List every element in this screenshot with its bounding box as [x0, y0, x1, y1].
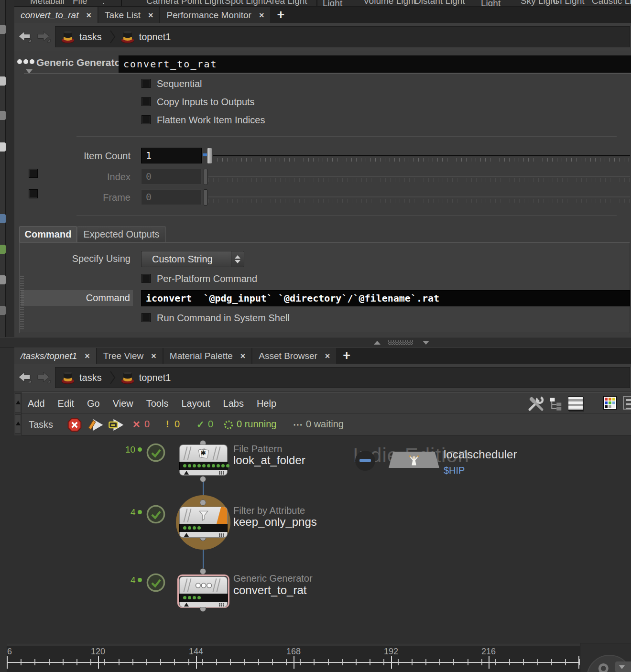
node-look-at-folder[interactable]: ✱ — [179, 444, 228, 476]
menu-labs[interactable]: Labs — [223, 398, 244, 409]
node-color-dots-icon[interactable] — [17, 59, 34, 64]
output-flag-icon[interactable] — [184, 533, 189, 537]
menu-view[interactable]: View — [113, 398, 133, 409]
left-tool-icon[interactable] — [0, 214, 6, 223]
node-name-field[interactable]: convert_to_rat — [119, 55, 631, 73]
node-flags[interactable] — [179, 532, 228, 538]
close-icon[interactable]: × — [259, 11, 264, 20]
copy-inputs-checkbox[interactable] — [141, 97, 151, 106]
shelf-tool[interactable]: Camera — [146, 0, 179, 6]
node-flags[interactable] — [179, 470, 228, 476]
param-scrollbar[interactable] — [20, 274, 24, 329]
back-arrow-icon[interactable] — [17, 30, 32, 44]
left-tool-icon[interactable] — [0, 111, 6, 120]
shelf-tool[interactable]: Spot Light — [225, 0, 266, 6]
shelf-tool[interactable]: Light — [481, 0, 500, 7]
network-canvas[interactable]: Indie Edition 10 ✱ — [22, 435, 631, 643]
dirty-cook-icon[interactable] — [108, 417, 125, 433]
node-input-connector[interactable] — [200, 499, 206, 506]
tab-asset-browser[interactable]: Asset Browser × — [252, 348, 336, 364]
tab-tree-view[interactable]: Tree View × — [97, 348, 163, 364]
close-icon[interactable]: × — [151, 352, 156, 360]
playbar-timeline[interactable]: 6 120 144 168 192 216 2 — [7, 643, 631, 672]
shelf-tool[interactable]: . — [102, 0, 105, 6]
shelf-tool[interactable]: File — [73, 0, 87, 6]
tab-expected-outputs[interactable]: Expected Outputs — [77, 226, 166, 242]
pane-expand-button[interactable] — [15, 393, 21, 412]
left-tool-icon[interactable] — [0, 245, 6, 254]
tab-take-list[interactable]: Take List × — [98, 7, 160, 23]
spinner-arrows-icon[interactable] — [231, 251, 244, 267]
shelf-tool[interactable]: Light — [323, 0, 342, 7]
command-param-label[interactable]: Command — [21, 290, 133, 306]
sequential-checkbox[interactable] — [141, 79, 151, 88]
forward-arrow-icon[interactable] — [36, 30, 51, 44]
new-tab-button[interactable]: + — [271, 7, 290, 23]
tab-command[interactable]: Command — [19, 226, 77, 242]
left-tool-icon[interactable] — [0, 142, 6, 152]
tab-convert-to-rat[interactable]: convert_to_rat × — [14, 7, 98, 23]
shelf-tool[interactable]: Area Light — [266, 0, 307, 6]
shelf-tool[interactable]: Point Light — [181, 0, 224, 6]
back-arrow-icon[interactable] — [17, 370, 32, 385]
tab-network-path[interactable]: /tasks/topnet1 × — [14, 348, 96, 364]
shelf-tool[interactable]: Metaball — [30, 0, 65, 6]
collapse-up-icon[interactable] — [374, 341, 381, 345]
shelf-tool[interactable]: Caustic Light — [592, 0, 631, 6]
left-tool-icon[interactable] — [0, 25, 6, 34]
close-icon[interactable]: × — [85, 352, 90, 360]
left-tool-icon[interactable] — [0, 76, 6, 86]
collapse-down-icon[interactable] — [423, 341, 429, 345]
output-flag-icon[interactable] — [184, 603, 189, 607]
left-tool-icon[interactable] — [0, 275, 6, 284]
node-face[interactable] — [179, 576, 228, 594]
node-convert-to-rat[interactable] — [179, 576, 228, 607]
node-face[interactable]: ✱ — [179, 444, 228, 462]
menu-help[interactable]: Help — [257, 398, 276, 409]
menu-add[interactable]: Add — [28, 398, 45, 409]
forward-arrow-icon[interactable] — [36, 370, 51, 385]
breadcrumb-tasks[interactable]: tasks — [79, 32, 102, 43]
shelf-tool[interactable]: Distant Light — [414, 0, 465, 6]
node-localscheduler[interactable] — [389, 452, 439, 468]
breadcrumb-tasks[interactable]: tasks — [79, 372, 102, 383]
new-tab-button[interactable]: + — [337, 348, 356, 364]
flatten-checkbox[interactable] — [141, 115, 151, 124]
tab-performance-monitor[interactable]: Performance Monitor × — [160, 7, 270, 23]
cook-output-icon[interactable] — [87, 417, 105, 433]
tools-icon[interactable] — [527, 396, 545, 412]
menu-go[interactable]: Go — [87, 398, 100, 409]
node-flags[interactable] — [179, 602, 228, 607]
item-count-slider-handle[interactable] — [207, 148, 212, 164]
close-icon[interactable]: × — [148, 11, 153, 20]
shelf-tool[interactable]: GI Light — [553, 0, 585, 6]
list-view-icon[interactable] — [568, 396, 583, 411]
color-palette-icon[interactable] — [603, 396, 617, 410]
network-overview-icon[interactable] — [623, 396, 631, 410]
breadcrumb-topnet1[interactable]: topnet1 — [139, 32, 171, 43]
menu-edit[interactable]: Edit — [58, 398, 74, 409]
left-tool-icon[interactable] — [0, 306, 6, 315]
node-output-connector[interactable] — [200, 476, 206, 482]
specify-using-dropdown[interactable]: Custom String — [141, 251, 244, 267]
output-flag-icon[interactable] — [184, 471, 189, 475]
scheduler-badge[interactable] — [355, 451, 375, 471]
command-field[interactable]: iconvert `@pdg_input` `@directory`/`@fil… — [141, 290, 630, 306]
close-icon[interactable]: × — [86, 11, 91, 20]
per-platform-checkbox[interactable] — [141, 274, 151, 283]
menu-layout[interactable]: Layout — [181, 398, 210, 409]
playbar-dropdown[interactable] — [615, 661, 631, 672]
node-input-connector[interactable] — [200, 568, 206, 574]
cancel-cooks-icon[interactable] — [67, 417, 82, 433]
close-icon[interactable]: × — [240, 352, 246, 360]
scheduler-path-label[interactable]: $HIP — [444, 465, 465, 476]
run-shell-checkbox[interactable] — [141, 313, 151, 322]
divider-grip[interactable] — [388, 340, 413, 345]
breadcrumb-topnet1[interactable]: topnet1 — [139, 372, 171, 383]
pane-divider[interactable] — [0, 337, 631, 347]
menu-tools[interactable]: Tools — [146, 398, 169, 409]
item-count-field[interactable]: 1 — [141, 148, 202, 163]
node-keep-only-pngs[interactable] — [179, 507, 228, 538]
close-icon[interactable]: × — [325, 352, 330, 360]
tree-view-icon[interactable] — [549, 396, 563, 412]
